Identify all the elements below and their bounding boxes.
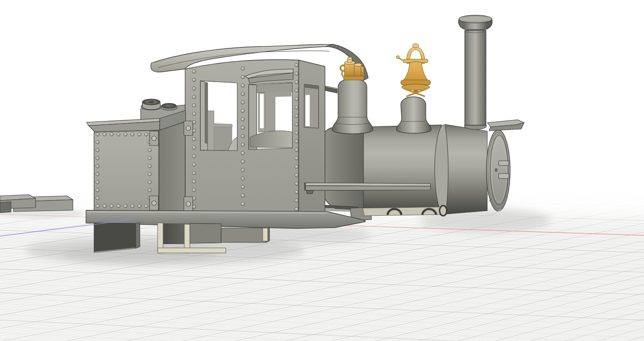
smokebox-door[interactable]	[490, 135, 508, 205]
smokestack[interactable]	[458, 15, 492, 129]
frame-tab	[263, 228, 268, 241]
side-tank[interactable]	[86, 99, 193, 213]
bell[interactable]	[397, 44, 431, 96]
front-bracket[interactable]	[487, 120, 524, 131]
bell-dome[interactable]	[397, 97, 431, 133]
frame-strip-bottom	[158, 248, 226, 253]
door-handle-lower[interactable]	[499, 173, 509, 179]
mid-leg	[190, 223, 221, 243]
cab-front-window	[304, 84, 319, 128]
viewport-canvas[interactable]	[0, 0, 644, 341]
bar-end-ring	[440, 206, 447, 216]
bell-finial	[413, 44, 419, 48]
door-dart	[495, 168, 497, 172]
cab-window-front	[200, 81, 237, 151]
boiler[interactable]	[364, 125, 453, 214]
door-handle-upper[interactable]	[499, 161, 509, 165]
steam-dome[interactable]	[332, 79, 373, 134]
bell-crank-knob	[397, 56, 400, 59]
cab-leg-block	[221, 228, 266, 242]
tank-filler-cap	[141, 99, 161, 110]
cab-window-rear	[249, 82, 292, 149]
tank-vent-cap	[161, 103, 177, 110]
ground-plates[interactable]	[0, 195, 73, 213]
board-bracket	[306, 190, 314, 194]
tank-side-face	[159, 122, 185, 213]
cad-viewport[interactable]	[0, 0, 644, 341]
tank-leg	[94, 223, 136, 253]
smokebox[interactable]	[445, 124, 510, 216]
bell-body	[403, 62, 428, 81]
